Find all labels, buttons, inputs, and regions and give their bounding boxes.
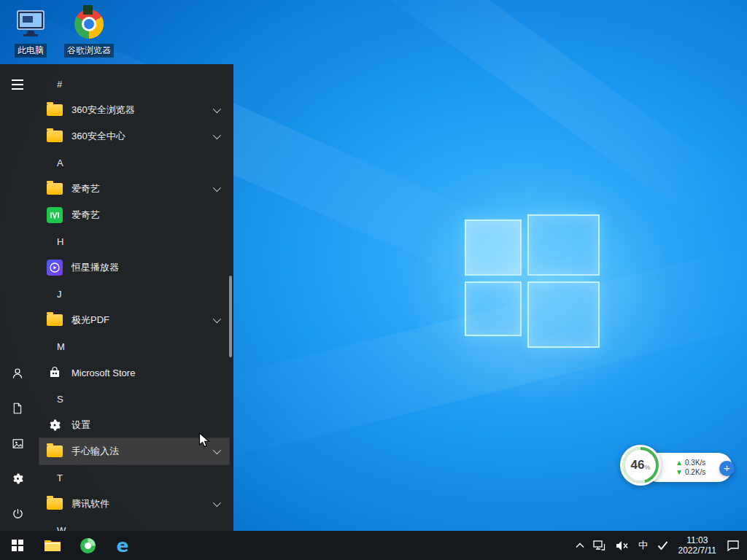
ime-indicator[interactable]: 中 [634, 531, 653, 560]
clock-date: 2022/7/11 [678, 545, 717, 556]
section-letter: H [47, 236, 63, 247]
chrome-badge [83, 5, 93, 15]
start-item-360-browser[interactable]: 360安全浏览器 [39, 97, 229, 123]
settings-icon[interactable] [0, 461, 35, 496]
folder-icon [47, 104, 63, 116]
start-item-label: Microsoft Store [71, 368, 135, 378]
folder-icon [47, 131, 63, 142]
security-check-icon[interactable] [653, 531, 673, 560]
start-section-m[interactable]: M [39, 333, 229, 359]
section-letter: J [47, 289, 62, 300]
start-item-star-player[interactable]: 恒星播放器 [39, 254, 229, 281]
usage-percent: 46 [631, 458, 645, 472]
start-button[interactable] [0, 531, 35, 560]
windows-logo-pane [527, 281, 600, 348]
section-letter: A [47, 158, 63, 168]
start-item-label: 360安全浏览器 [71, 104, 135, 117]
start-menu: # 360安全浏览器 360安全中心 A 爱奇艺 爱奇艺 H [0, 64, 233, 531]
section-letter: S [47, 394, 63, 405]
star-player-icon [47, 260, 63, 276]
pictures-icon[interactable] [0, 426, 35, 461]
start-item-jiguang-pdf[interactable]: 极光PDF [39, 307, 229, 333]
start-item-label: 极光PDF [71, 314, 109, 327]
start-section-t[interactable]: T [39, 464, 229, 491]
start-item-label: 腾讯软件 [71, 497, 109, 510]
folder-icon [47, 446, 63, 457]
download-speed-row: ▼ 0.2K/s [676, 468, 705, 477]
start-section-s[interactable]: S [39, 386, 229, 412]
start-section-j[interactable]: J [39, 281, 229, 307]
start-item-label: 爱奇艺 [71, 209, 100, 222]
start-item-shouxin-ime[interactable]: 手心输入法 [39, 438, 229, 464]
section-letter: # [47, 79, 62, 90]
upload-arrow-icon: ▲ [676, 459, 683, 467]
this-pc-icon [15, 6, 47, 42]
microsoft-store-icon [47, 365, 63, 381]
edge-browser-icon[interactable]: e [105, 531, 140, 560]
file-explorer-icon[interactable] [35, 531, 70, 560]
windows-logo-pane [465, 281, 522, 336]
start-item-iqiyi-app[interactable]: 爱奇艺 [39, 202, 229, 228]
start-item-settings[interactable]: 设置 [39, 412, 229, 438]
clock-time: 11:03 [678, 535, 717, 545]
start-item-tencent[interactable]: 腾讯软件 [39, 491, 229, 517]
chevron-down-icon[interactable] [213, 446, 221, 454]
hamburger-menu-icon[interactable] [0, 67, 35, 102]
hidden-icons-chevron[interactable] [571, 531, 589, 560]
upload-speed: 0.3K/s [685, 459, 705, 467]
desktop-icon-this-pc[interactable]: 此电脑 [4, 6, 57, 58]
desktop-icons: 此电脑 谷歌浏览器 [4, 6, 121, 58]
start-menu-rail [0, 64, 35, 531]
float-ball-widget[interactable]: ▲ 0.3K/s ▼ 0.2K/s 46 % + [620, 443, 737, 493]
start-menu-scrollbar[interactable] [229, 276, 232, 357]
green-browser-icon[interactable] [70, 531, 105, 560]
start-item-microsoft-store[interactable]: Microsoft Store [39, 359, 229, 386]
start-section-w[interactable]: W [39, 517, 229, 531]
upload-speed-row: ▲ 0.3K/s [676, 459, 705, 467]
section-letter: T [47, 472, 63, 483]
memory-usage-ball[interactable]: 46 % [620, 445, 661, 486]
start-app-list: # 360安全浏览器 360安全中心 A 爱奇艺 爱奇艺 H [35, 64, 233, 531]
start-section-a[interactable]: A [39, 149, 229, 176]
chevron-down-icon[interactable] [213, 105, 221, 113]
start-item-label: 设置 [71, 419, 90, 432]
start-item-label: 爱奇艺 [71, 182, 100, 195]
start-item-label: 恒星播放器 [71, 261, 119, 274]
desktop-icon-label: 谷歌浏览器 [64, 44, 114, 58]
start-item-360-center[interactable]: 360安全中心 [39, 123, 229, 149]
section-letter: M [47, 341, 65, 352]
windows-logo-pane [527, 214, 600, 276]
widget-plus-button[interactable]: + [719, 461, 735, 476]
desktop-icon-chrome[interactable]: 谷歌浏览器 [63, 6, 115, 58]
chevron-down-icon[interactable] [213, 315, 221, 323]
chevron-down-icon[interactable] [213, 131, 221, 139]
section-letter: W [47, 525, 66, 532]
power-icon[interactable] [0, 496, 35, 531]
folder-icon [47, 498, 63, 510]
start-section-h[interactable]: H [39, 228, 229, 254]
taskbar: e 中 11:03 2022/7/11 [0, 531, 747, 560]
user-icon[interactable] [0, 356, 35, 391]
download-arrow-icon: ▼ [676, 468, 683, 477]
iqiyi-icon [47, 207, 63, 223]
volume-muted-icon[interactable] [611, 531, 634, 560]
windows-logo-pane [465, 219, 522, 276]
taskbar-clock[interactable]: 11:03 2022/7/11 [673, 531, 723, 560]
start-item-label: 手心输入法 [71, 445, 119, 458]
network-icon[interactable] [589, 531, 611, 560]
documents-icon[interactable] [0, 391, 35, 426]
folder-icon [47, 314, 63, 326]
desktop-icon-label: 此电脑 [15, 44, 47, 58]
start-item-label: 360安全中心 [71, 130, 125, 143]
chrome-icon [74, 6, 104, 42]
action-center-icon[interactable] [722, 531, 747, 560]
usage-percent-unit: % [644, 464, 650, 471]
windows-logo-icon [12, 540, 23, 551]
start-item-iqiyi-folder[interactable]: 爱奇艺 [39, 176, 229, 202]
chevron-down-icon[interactable] [213, 499, 221, 507]
settings-gear-icon [47, 417, 63, 433]
system-tray: 中 11:03 2022/7/11 [571, 531, 747, 560]
chevron-down-icon[interactable] [213, 184, 221, 192]
start-section-hash[interactable]: # [39, 71, 229, 97]
folder-icon [47, 183, 63, 195]
